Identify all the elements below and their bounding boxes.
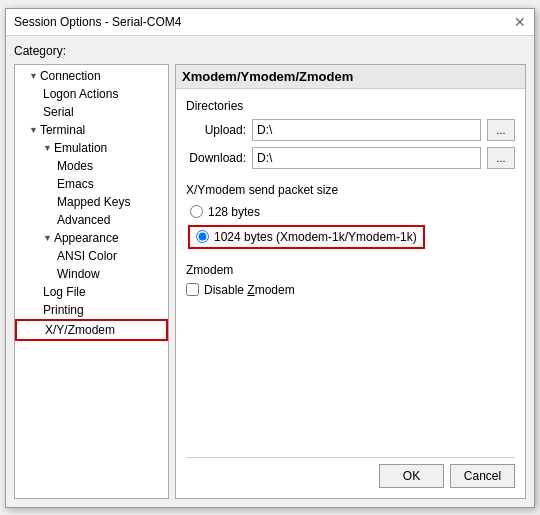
sidebar-item-terminal[interactable]: ▼ Terminal	[15, 121, 168, 139]
upload-browse-button[interactable]: ...	[487, 119, 515, 141]
window-title: Session Options - Serial-COM4	[14, 15, 181, 29]
radio-128-bytes[interactable]	[190, 205, 203, 218]
sidebar-item-label: Logon Actions	[43, 87, 118, 101]
disable-zmodem-checkbox[interactable]	[186, 283, 199, 296]
download-label: Download:	[186, 151, 246, 165]
sidebar-item-mapped-keys[interactable]: Mapped Keys	[15, 193, 168, 211]
session-options-window: Session Options - Serial-COM4 ✕ Category…	[5, 8, 535, 508]
sidebar-item-label: Terminal	[40, 123, 85, 137]
sidebar-item-connection[interactable]: ▼ Connection	[15, 67, 168, 85]
sidebar-item-logon-actions[interactable]: Logon Actions	[15, 85, 168, 103]
sidebar-item-window[interactable]: Window	[15, 265, 168, 283]
sidebar-item-label: Window	[57, 267, 100, 281]
sidebar-item-appearance[interactable]: ▼ Appearance	[15, 229, 168, 247]
main-panel: Xmodem/Ymodem/Zmodem Directories Upload:…	[175, 64, 526, 499]
sidebar-item-label: Appearance	[54, 231, 119, 245]
content-area: ▼ Connection Logon Actions Serial ▼ Term…	[14, 64, 526, 499]
sidebar-item-label: Log File	[43, 285, 86, 299]
category-label: Category:	[14, 44, 526, 58]
sidebar-item-label: Modes	[57, 159, 93, 173]
sidebar-item-label: X/Y/Zmodem	[45, 323, 115, 337]
sidebar-item-xy-zmodem[interactable]: X/Y/Zmodem	[15, 319, 168, 341]
chevron-down-icon: ▼	[29, 125, 38, 135]
upload-label: Upload:	[186, 123, 246, 137]
chevron-down-icon: ▼	[43, 143, 52, 153]
sidebar: ▼ Connection Logon Actions Serial ▼ Term…	[14, 64, 169, 499]
radio-128-row: 128 bytes	[186, 203, 515, 221]
footer: OK Cancel	[186, 457, 515, 488]
zmodem-label: Zmodem	[186, 263, 515, 277]
panel-title: Xmodem/Ymodem/Zmodem	[176, 65, 525, 89]
sidebar-item-label: Connection	[40, 69, 101, 83]
upload-input[interactable]	[252, 119, 481, 141]
sidebar-item-ansi-color[interactable]: ANSI Color	[15, 247, 168, 265]
sidebar-item-label: Mapped Keys	[57, 195, 130, 209]
download-input[interactable]	[252, 147, 481, 169]
sidebar-item-emulation[interactable]: ▼ Emulation	[15, 139, 168, 157]
cancel-button[interactable]: Cancel	[450, 464, 515, 488]
sidebar-item-log-file[interactable]: Log File	[15, 283, 168, 301]
sidebar-item-label: Printing	[43, 303, 84, 317]
radio-1024-label[interactable]: 1024 bytes (Xmodem-1k/Ymodem-1k)	[214, 230, 417, 244]
sidebar-item-label: Emacs	[57, 177, 94, 191]
chevron-down-icon: ▼	[43, 233, 52, 243]
close-button[interactable]: ✕	[514, 15, 526, 29]
zmodem-section: Zmodem Disable Zmodem	[186, 263, 515, 297]
disable-zmodem-label[interactable]: Disable Zmodem	[204, 283, 295, 297]
radio-1024-bytes[interactable]	[196, 230, 209, 243]
packet-size-label: X/Ymodem send packet size	[186, 183, 515, 197]
ok-button[interactable]: OK	[379, 464, 444, 488]
sidebar-item-emacs[interactable]: Emacs	[15, 175, 168, 193]
sidebar-item-label: ANSI Color	[57, 249, 117, 263]
sidebar-item-label: Emulation	[54, 141, 107, 155]
sidebar-item-label: Serial	[43, 105, 74, 119]
sidebar-item-modes[interactable]: Modes	[15, 157, 168, 175]
radio-128-label[interactable]: 128 bytes	[208, 205, 260, 219]
sidebar-item-advanced[interactable]: Advanced	[15, 211, 168, 229]
download-browse-button[interactable]: ...	[487, 147, 515, 169]
sidebar-item-serial[interactable]: Serial	[15, 103, 168, 121]
directories-label: Directories	[186, 99, 515, 113]
radio-1024-row: 1024 bytes (Xmodem-1k/Ymodem-1k)	[188, 225, 425, 249]
disable-zmodem-row: Disable Zmodem	[186, 283, 515, 297]
title-bar: Session Options - Serial-COM4 ✕	[6, 9, 534, 36]
sidebar-item-printing[interactable]: Printing	[15, 301, 168, 319]
window-body: Category: ▼ Connection Logon Actions Ser…	[6, 36, 534, 507]
upload-row: Upload: ...	[186, 119, 515, 141]
sidebar-item-label: Advanced	[57, 213, 110, 227]
chevron-down-icon: ▼	[29, 71, 38, 81]
download-row: Download: ...	[186, 147, 515, 169]
